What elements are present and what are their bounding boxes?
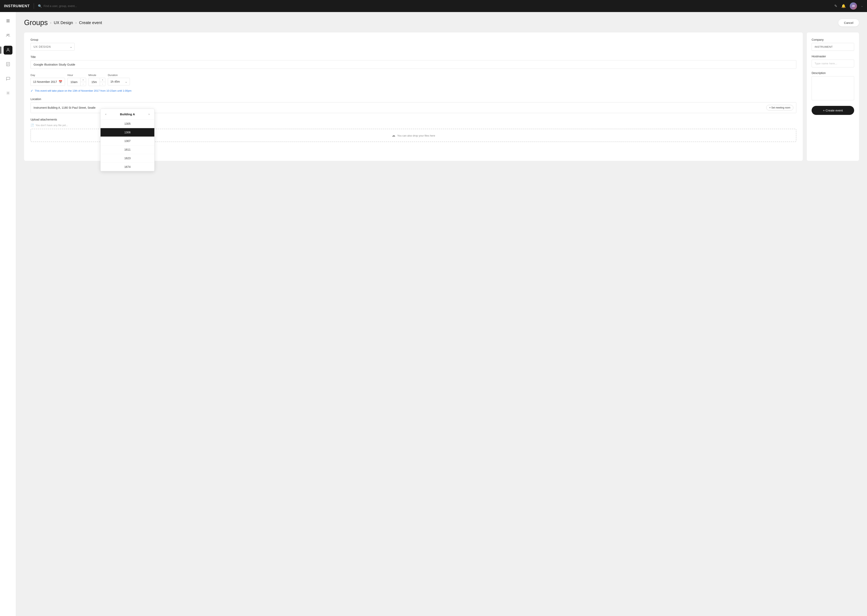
group-label: Group — [30, 38, 796, 41]
day-input-wrapper[interactable]: 13 November 2017 📅 — [30, 78, 65, 86]
search-icon: 🔍 — [38, 4, 42, 8]
hour-spinner-btns: + - — [80, 78, 86, 86]
breadcrumb: Groups › UX Design › Create event Cancel — [24, 19, 859, 27]
info-check-icon: ✓ — [30, 89, 33, 93]
drop-files-text: You can also drop your files here — [397, 134, 435, 137]
form-right-panel: Company Hostmaster Description + Create … — [807, 33, 859, 161]
sidebar-item-settings[interactable] — [4, 89, 13, 98]
minute-decrement-button[interactable]: - — [100, 82, 105, 86]
hour-decrement-button[interactable]: - — [80, 82, 86, 86]
room-item-1307[interactable]: 1307 — [101, 137, 154, 145]
duration-value: 1h 45m — [110, 80, 123, 83]
title-section: Title — [30, 55, 796, 69]
svg-rect-2 — [6, 22, 9, 22]
document-icon — [6, 62, 10, 68]
company-label: Company — [812, 38, 854, 41]
description-textarea[interactable] — [812, 76, 854, 100]
minute-spinner-btns: + - — [100, 78, 105, 86]
hour-col: Hour 10am + - — [68, 74, 86, 86]
chat-icon — [6, 76, 10, 82]
create-event-label: event — [835, 109, 843, 112]
location-label: Location — [30, 97, 796, 101]
no-file-text: You don't have any file yet... — [36, 124, 68, 127]
duration-select[interactable]: 1h 45m ⌄ — [108, 78, 130, 85]
create-event-button[interactable]: + Create event — [812, 106, 854, 115]
duration-chevron-icon: ⌄ — [125, 80, 127, 83]
users-icon — [6, 33, 10, 39]
avatar-initials: JD — [852, 5, 855, 8]
group-select[interactable]: UX DESIGN — [30, 43, 75, 50]
topnav: INSTRUMENT 🔍 ✎ 🔔 JD ⌄ — [0, 0, 867, 12]
room-picker-list: 1305 1306 1307 1611 1623 1674 — [101, 119, 154, 171]
settings-icon — [6, 91, 10, 96]
group-select-wrapper[interactable]: UX DESIGN ⌄ — [30, 43, 75, 50]
room-picker-header: ‹ Building A › — [101, 109, 154, 119]
hour-value: 10am — [68, 79, 80, 86]
profile-icon — [6, 47, 10, 53]
layers-icon — [6, 19, 10, 24]
search-bar[interactable]: 🔍 — [38, 4, 831, 8]
hour-label: Hour — [68, 74, 86, 77]
description-label: Description — [812, 71, 854, 75]
edit-icon[interactable]: ✎ — [834, 4, 837, 8]
set-meeting-room-button[interactable]: + Set meeting room — [766, 105, 793, 110]
notification-icon[interactable]: 🔔 — [841, 4, 846, 8]
group-section: Group UX DESIGN ⌄ — [30, 38, 796, 50]
minute-increment-button[interactable]: + — [100, 78, 105, 82]
room-item-1623[interactable]: 1623 — [101, 154, 154, 163]
cancel-button[interactable]: Cancel — [838, 19, 859, 27]
hostmaster-input[interactable] — [812, 60, 854, 68]
account-chevron-icon[interactable]: ⌄ — [861, 5, 863, 8]
svg-rect-1 — [6, 20, 9, 21]
sidebar-item-users[interactable] — [4, 31, 13, 40]
datetime-section: Day 13 November 2017 📅 Hour 10am + — [30, 74, 796, 93]
svg-point-10 — [8, 93, 9, 94]
company-input[interactable] — [812, 43, 854, 51]
hour-spinner[interactable]: 10am + - — [68, 78, 86, 86]
calendar-icon[interactable]: 📅 — [58, 80, 62, 83]
main-content: Groups › UX Design › Create event Cancel… — [16, 12, 867, 616]
room-picker-title: Building A — [120, 113, 135, 116]
day-col: Day 13 November 2017 📅 — [30, 74, 65, 86]
breadcrumb-sep2: › — [76, 20, 77, 25]
search-input[interactable] — [44, 5, 96, 8]
sidebar-item-profile[interactable] — [4, 46, 13, 55]
day-label: Day — [30, 74, 65, 77]
room-picker-dropdown: ‹ Building A › 1305 1306 1307 1611 1623 … — [100, 109, 154, 171]
topnav-right: ✎ 🔔 JD ⌄ — [834, 2, 863, 9]
svg-rect-6 — [6, 62, 9, 66]
room-item-1306[interactable]: 1306 — [101, 128, 154, 137]
sidebar — [0, 12, 16, 616]
sidebar-item-chat[interactable] — [4, 75, 13, 83]
svg-point-5 — [7, 48, 9, 50]
duration-label: Duration — [108, 74, 130, 77]
app-logo: INSTRUMENT — [4, 4, 30, 8]
event-info-text: This event will take place on the 13th o… — [35, 89, 131, 92]
breadcrumb-uxdesign[interactable]: UX Design — [54, 20, 73, 25]
sidebar-item-layers[interactable] — [4, 17, 13, 26]
avatar[interactable]: JD — [850, 2, 857, 9]
title-input[interactable] — [30, 60, 796, 69]
breadcrumb-create: Create event — [79, 20, 102, 25]
svg-point-4 — [8, 34, 9, 35]
room-item-1305[interactable]: 1305 — [101, 119, 154, 128]
breadcrumb-groups[interactable]: Groups — [24, 19, 48, 27]
title-label: Title — [30, 55, 796, 58]
minute-label: Minute — [88, 74, 106, 77]
svg-point-3 — [7, 34, 8, 35]
room-picker-next-button[interactable]: › — [147, 112, 151, 116]
room-picker-prev-button[interactable]: ‹ — [104, 112, 107, 116]
room-item-1674[interactable]: 1674 — [101, 163, 154, 171]
duration-col: Duration 1h 45m ⌄ — [108, 74, 130, 85]
svg-rect-0 — [6, 19, 9, 20]
breadcrumb-sep1: › — [50, 20, 51, 25]
minute-spinner[interactable]: 15m + - — [88, 78, 106, 86]
hour-increment-button[interactable]: + — [80, 78, 86, 82]
cloud-upload-icon: ☁ — [392, 134, 396, 137]
day-value: 13 November 2017 — [33, 80, 57, 83]
minute-value: 15m — [89, 79, 100, 86]
event-info-row: ✓ This event will take place on the 13th… — [30, 89, 796, 93]
form-container: Group UX DESIGN ⌄ Title Day — [24, 33, 859, 161]
room-item-1611[interactable]: 1611 — [101, 145, 154, 154]
sidebar-item-document[interactable] — [4, 60, 13, 69]
